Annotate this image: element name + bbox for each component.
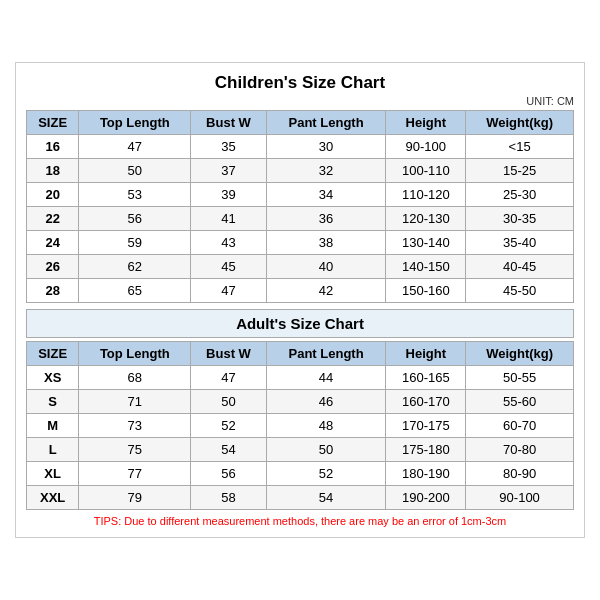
bust-w-cell: 41 (191, 207, 266, 231)
pant-length-cell: 54 (266, 486, 386, 510)
adult-table-row: L 75 54 50 175-180 70-80 (27, 438, 574, 462)
top-length-cell: 62 (79, 255, 191, 279)
children-table-row: 16 47 35 30 90-100 <15 (27, 135, 574, 159)
children-header-row: SIZE Top Length Bust W Pant Length Heigh… (27, 111, 574, 135)
children-table: SIZE Top Length Bust W Pant Length Heigh… (26, 110, 574, 303)
height-cell: 180-190 (386, 462, 466, 486)
size-cell: 24 (27, 231, 79, 255)
bust-w-cell: 50 (191, 390, 266, 414)
height-cell: 140-150 (386, 255, 466, 279)
top-length-cell: 53 (79, 183, 191, 207)
bust-w-cell: 47 (191, 366, 266, 390)
weight-cell: <15 (466, 135, 574, 159)
size-cell: 18 (27, 159, 79, 183)
weight-cell: 80-90 (466, 462, 574, 486)
top-length-cell: 71 (79, 390, 191, 414)
col-weight: Weight(kg) (466, 111, 574, 135)
adult-table-row: S 71 50 46 160-170 55-60 (27, 390, 574, 414)
height-cell: 170-175 (386, 414, 466, 438)
top-length-cell: 73 (79, 414, 191, 438)
height-cell: 120-130 (386, 207, 466, 231)
pant-length-cell: 36 (266, 207, 386, 231)
size-cell: 28 (27, 279, 79, 303)
size-cell: XS (27, 366, 79, 390)
bust-w-cell: 52 (191, 414, 266, 438)
pant-length-cell: 34 (266, 183, 386, 207)
adult-col-size: SIZE (27, 342, 79, 366)
size-cell: 22 (27, 207, 79, 231)
bust-w-cell: 58 (191, 486, 266, 510)
children-table-row: 26 62 45 40 140-150 40-45 (27, 255, 574, 279)
adult-header-row: SIZE Top Length Bust W Pant Length Heigh… (27, 342, 574, 366)
adult-col-weight: Weight(kg) (466, 342, 574, 366)
weight-cell: 40-45 (466, 255, 574, 279)
weight-cell: 60-70 (466, 414, 574, 438)
adult-table: SIZE Top Length Bust W Pant Length Heigh… (26, 341, 574, 510)
adult-table-row: XXL 79 58 54 190-200 90-100 (27, 486, 574, 510)
size-cell: L (27, 438, 79, 462)
weight-cell: 15-25 (466, 159, 574, 183)
bust-w-cell: 47 (191, 279, 266, 303)
bust-w-cell: 54 (191, 438, 266, 462)
adult-table-row: XL 77 56 52 180-190 80-90 (27, 462, 574, 486)
size-cell: M (27, 414, 79, 438)
bust-w-cell: 37 (191, 159, 266, 183)
height-cell: 100-110 (386, 159, 466, 183)
bust-w-cell: 45 (191, 255, 266, 279)
pant-length-cell: 30 (266, 135, 386, 159)
size-cell: XL (27, 462, 79, 486)
weight-cell: 50-55 (466, 366, 574, 390)
weight-cell: 30-35 (466, 207, 574, 231)
weight-cell: 45-50 (466, 279, 574, 303)
weight-cell: 90-100 (466, 486, 574, 510)
top-length-cell: 56 (79, 207, 191, 231)
bust-w-cell: 56 (191, 462, 266, 486)
children-table-row: 22 56 41 36 120-130 30-35 (27, 207, 574, 231)
pant-length-cell: 46 (266, 390, 386, 414)
bust-w-cell: 35 (191, 135, 266, 159)
children-table-row: 24 59 43 38 130-140 35-40 (27, 231, 574, 255)
size-cell: 16 (27, 135, 79, 159)
unit-label: UNIT: CM (26, 95, 574, 107)
top-length-cell: 65 (79, 279, 191, 303)
children-table-row: 28 65 47 42 150-160 45-50 (27, 279, 574, 303)
col-top-length: Top Length (79, 111, 191, 135)
top-length-cell: 77 (79, 462, 191, 486)
col-size: SIZE (27, 111, 79, 135)
top-length-cell: 79 (79, 486, 191, 510)
height-cell: 160-170 (386, 390, 466, 414)
pant-length-cell: 50 (266, 438, 386, 462)
pant-length-cell: 48 (266, 414, 386, 438)
top-length-cell: 47 (79, 135, 191, 159)
height-cell: 175-180 (386, 438, 466, 462)
size-cell: 26 (27, 255, 79, 279)
pant-length-cell: 40 (266, 255, 386, 279)
pant-length-cell: 42 (266, 279, 386, 303)
children-table-row: 18 50 37 32 100-110 15-25 (27, 159, 574, 183)
children-title: Children's Size Chart (26, 73, 574, 93)
adult-col-top-length: Top Length (79, 342, 191, 366)
adult-col-bust-w: Bust W (191, 342, 266, 366)
height-cell: 130-140 (386, 231, 466, 255)
adult-table-row: M 73 52 48 170-175 60-70 (27, 414, 574, 438)
adult-col-pant-length: Pant Length (266, 342, 386, 366)
pant-length-cell: 38 (266, 231, 386, 255)
size-cell: S (27, 390, 79, 414)
col-bust-w: Bust W (191, 111, 266, 135)
adult-table-row: XS 68 47 44 160-165 50-55 (27, 366, 574, 390)
pant-length-cell: 52 (266, 462, 386, 486)
weight-cell: 55-60 (466, 390, 574, 414)
height-cell: 190-200 (386, 486, 466, 510)
bust-w-cell: 43 (191, 231, 266, 255)
tips-text: TIPS: Due to different measurement metho… (26, 515, 574, 527)
pant-length-cell: 44 (266, 366, 386, 390)
top-length-cell: 50 (79, 159, 191, 183)
size-chart-container: Children's Size Chart UNIT: CM SIZE Top … (15, 62, 585, 538)
top-length-cell: 68 (79, 366, 191, 390)
adult-title: Adult's Size Chart (26, 309, 574, 338)
height-cell: 110-120 (386, 183, 466, 207)
col-height: Height (386, 111, 466, 135)
weight-cell: 25-30 (466, 183, 574, 207)
height-cell: 160-165 (386, 366, 466, 390)
weight-cell: 35-40 (466, 231, 574, 255)
